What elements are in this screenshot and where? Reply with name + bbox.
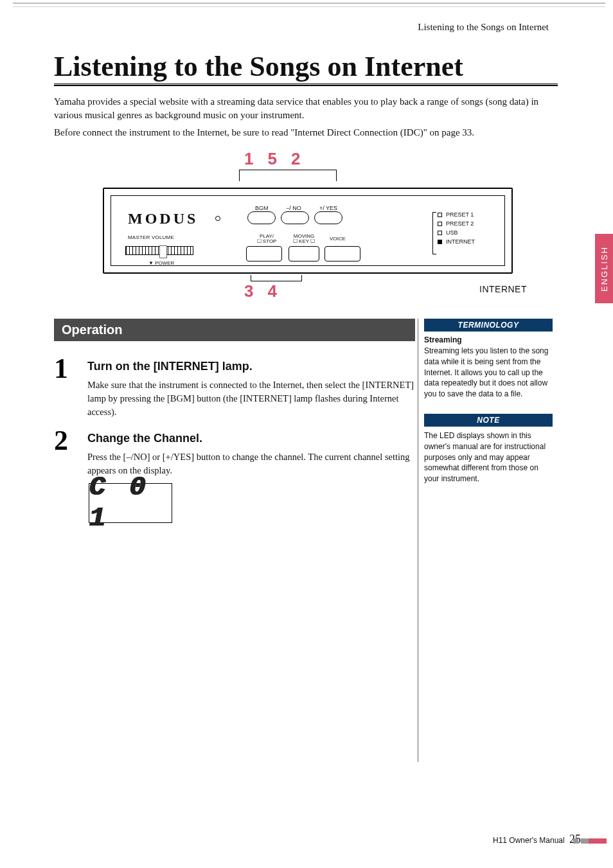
note-block: NOTE The LED displays shown in this owne…	[424, 414, 553, 484]
stop-label: ☐ STOP	[253, 238, 281, 244]
footer-text: H11 Owner's Manual 25	[493, 833, 581, 846]
bgm-button[interactable]	[247, 211, 276, 224]
callout-3: 3	[244, 281, 267, 301]
intro-paragraph-2: Before connect the instrument to the Int…	[54, 126, 558, 139]
step-1-number: 1	[54, 356, 76, 419]
no-label: −/ NO	[286, 205, 301, 211]
stop-label-text: STOP	[263, 238, 277, 244]
callout-1: 1	[244, 149, 267, 168]
footer: H11 Owner's Manual 25	[54, 833, 590, 846]
steps-container: 1 Turn on the [INTERNET] lamp. Make sure…	[54, 347, 415, 477]
lamp-block: PRESET 1 PRESET 2 USB INTERNET	[438, 209, 492, 247]
play-stop-button[interactable]	[246, 246, 282, 261]
voice-label: VOICE	[330, 236, 346, 242]
modus-logo: MODUS	[128, 210, 198, 227]
voice-button[interactable]	[324, 246, 360, 261]
footer-dot-icon	[573, 838, 578, 844]
note-head: NOTE	[424, 414, 553, 427]
sidebar: TERMINOLOGY Streaming Streaming lets you…	[424, 319, 553, 499]
breadcrumb: Listening to the Songs on Internet	[418, 22, 549, 33]
language-tab: ENGLISH	[595, 234, 613, 303]
callout-4: 4	[267, 281, 290, 301]
lamp-usb-label: USB	[446, 229, 458, 236]
lamp-preset2: PRESET 2	[438, 220, 492, 227]
yes-label: +/ YES	[319, 205, 337, 211]
note-text: The LED displays shown in this owner's m…	[424, 430, 553, 484]
terminology-block: TERMINOLOGY Streaming Streaming lets you…	[424, 319, 553, 400]
title-underline	[54, 84, 558, 86]
terminology-text: Streaming lets you listen to the song da…	[424, 346, 553, 400]
lamp-square-icon	[438, 213, 442, 217]
panel-outer-frame: MODUS BGM −/ NO +/ YES MASTER VOLUME PLA…	[103, 188, 513, 274]
key-label-text: KEY	[299, 238, 309, 244]
terminology-head: TERMINOLOGY	[424, 319, 553, 332]
callouts-bottom: 34	[244, 281, 291, 301]
callout-5: 5	[267, 149, 290, 168]
intro-paragraph-1: Yamaha provides a special website with a…	[54, 95, 558, 122]
bracket-top	[239, 170, 337, 181]
led-display: C 0 1	[89, 483, 172, 523]
step-1-body: Turn on the [INTERNET] lamp. Make sure t…	[87, 356, 415, 419]
step-2: 2 Change the Channel. Press the [–/NO] o…	[54, 428, 415, 477]
step-2-title: Change the Channel.	[87, 432, 415, 445]
master-volume-slider[interactable]	[125, 246, 193, 255]
terminology-sub: Streaming	[424, 335, 553, 344]
lamp-bracket-icon	[432, 212, 436, 254]
lamp-preset1-label: PRESET 1	[446, 211, 474, 218]
key-label: ☐ KEY ☐	[289, 238, 319, 244]
lamp-square-icon	[438, 222, 442, 226]
internet-caption: INTERNET	[479, 284, 527, 294]
footer-bar-icon	[581, 838, 607, 844]
step-1: 1 Turn on the [INTERNET] lamp. Make sure…	[54, 356, 415, 419]
bgm-label: BGM	[255, 205, 269, 211]
step-1-text: Make sure that the instrument is connect…	[87, 378, 415, 419]
lamp-internet: INTERNET	[438, 238, 492, 245]
lamp-internet-label: INTERNET	[446, 238, 475, 245]
led-display-value: C 0 1	[89, 472, 172, 534]
lamp-square-filled-icon	[438, 240, 442, 244]
callout-2: 2	[291, 149, 314, 168]
page: Listening to the Songs on Internet Liste…	[0, 0, 613, 868]
footer-manual-name: H11 Owner's Manual	[493, 836, 565, 845]
bracket-bottom	[251, 275, 302, 281]
operation-heading: Operation	[54, 319, 415, 341]
intro-text: Yamaha provides a special website with a…	[54, 95, 558, 143]
vertical-divider	[418, 319, 418, 762]
power-led-icon	[215, 216, 220, 221]
power-label: POWER	[148, 260, 174, 266]
lamp-preset2-label: PRESET 2	[446, 220, 474, 227]
top-rule-decoration	[13, 3, 605, 14]
lamp-usb: USB	[438, 229, 492, 236]
plus-yes-button[interactable]	[314, 211, 342, 224]
panel-inner-frame: MODUS BGM −/ NO +/ YES MASTER VOLUME PLA…	[111, 195, 505, 266]
master-volume-label: MASTER VOLUME	[128, 235, 174, 240]
page-title: Listening to the Songs on Internet	[54, 50, 463, 83]
step-2-number: 2	[54, 428, 76, 477]
step-2-body: Change the Channel. Press the [–/NO] or …	[87, 428, 415, 477]
moving-key-button[interactable]	[289, 246, 319, 261]
lamp-preset1: PRESET 1	[438, 211, 492, 218]
step-1-title: Turn on the [INTERNET] lamp.	[87, 360, 415, 373]
lamp-square-icon	[438, 231, 442, 235]
minus-no-button[interactable]	[281, 211, 309, 224]
